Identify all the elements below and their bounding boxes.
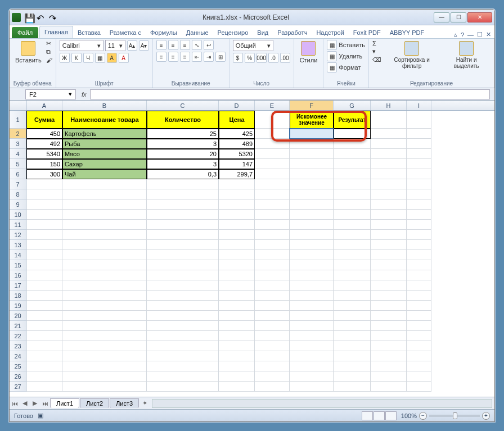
tab-data[interactable]: Данные — [182, 27, 213, 38]
cell-I14[interactable] — [407, 250, 431, 260]
cell-I10[interactable] — [407, 210, 431, 220]
cell-F13[interactable] — [290, 240, 334, 250]
cell-I8[interactable] — [407, 189, 431, 199]
cell-C15[interactable] — [147, 260, 219, 270]
cell-E26[interactable] — [255, 371, 290, 382]
cell-D19[interactable] — [219, 301, 255, 311]
font-size-box[interactable]: 11▾ — [105, 40, 125, 51]
col-A[interactable]: A — [26, 101, 62, 110]
cell-B18[interactable] — [62, 291, 147, 301]
cell-F20[interactable] — [290, 311, 334, 321]
col-F[interactable]: F — [290, 101, 334, 110]
cell-F12[interactable] — [290, 230, 334, 240]
formatpainter-icon[interactable]: 🖌 — [46, 57, 52, 63]
cell-D2[interactable]: 425 — [219, 129, 255, 139]
row-header-23[interactable]: 23 — [10, 341, 26, 351]
cell-H8[interactable] — [371, 189, 407, 199]
cell-H10[interactable] — [371, 210, 407, 220]
row-header-5[interactable]: 5 — [10, 159, 26, 169]
cell-B11[interactable] — [62, 220, 147, 230]
clear-icon[interactable]: ⌫ — [372, 56, 381, 63]
save-icon[interactable]: 💾 — [24, 13, 33, 22]
cell-C7[interactable] — [147, 179, 219, 189]
sheet-nav-first-icon[interactable]: ⏮ — [10, 398, 20, 409]
zoom-value[interactable]: 100% — [401, 412, 417, 419]
cell-E14[interactable] — [255, 250, 290, 260]
cell-A21[interactable] — [26, 321, 62, 331]
cell-C2[interactable]: 25 — [147, 129, 219, 139]
cell-D9[interactable] — [219, 199, 255, 210]
bold-button[interactable]: Ж — [60, 53, 70, 63]
underline-button[interactable]: Ч — [83, 53, 93, 63]
cell-H3[interactable] — [371, 139, 407, 149]
cell-H17[interactable] — [371, 280, 407, 291]
tab-formulas[interactable]: Формулы — [146, 27, 182, 38]
formula-input[interactable] — [90, 89, 490, 99]
cell-I15[interactable] — [407, 260, 431, 270]
cell-A27[interactable] — [26, 382, 62, 392]
italic-button[interactable]: К — [71, 53, 82, 63]
cell-D3[interactable]: 489 — [219, 139, 255, 149]
align-bottom-icon[interactable]: ≡ — [180, 40, 190, 50]
cell-A22[interactable] — [26, 331, 62, 341]
cell-B5[interactable]: Сахар — [62, 159, 147, 169]
font-color-icon[interactable]: A — [119, 53, 129, 63]
cell-B10[interactable] — [62, 210, 147, 220]
shrink-font-icon[interactable]: A▾ — [139, 40, 149, 51]
cell-D6[interactable]: 299,7 — [219, 169, 255, 179]
cell-E3[interactable] — [255, 139, 290, 149]
cell-I12[interactable] — [407, 230, 431, 240]
cell-E4[interactable] — [255, 149, 290, 159]
cell-C13[interactable] — [147, 240, 219, 250]
grow-font-icon[interactable]: A▴ — [127, 40, 137, 51]
insert-label[interactable]: Вставить — [339, 42, 365, 48]
cell-G14[interactable] — [334, 250, 371, 260]
cell-C14[interactable] — [147, 250, 219, 260]
cell-H2[interactable] — [371, 129, 407, 139]
cell-F27[interactable] — [290, 382, 334, 392]
cell-A4[interactable]: 5340 — [26, 149, 62, 159]
cell-D14[interactable] — [219, 250, 255, 260]
cell-A11[interactable] — [26, 220, 62, 230]
cell-G6[interactable] — [334, 169, 371, 179]
undo-icon[interactable]: ↶ — [37, 13, 46, 22]
cell-B20[interactable] — [62, 311, 147, 321]
comma-icon[interactable]: 000 — [256, 53, 267, 63]
macro-icon[interactable]: ▣ — [38, 412, 43, 419]
cell-B2[interactable]: Картофель — [62, 129, 147, 139]
cell-C5[interactable]: 3 — [147, 159, 219, 169]
cell-F25[interactable] — [290, 361, 334, 371]
cell-B7[interactable] — [62, 179, 147, 189]
cell-C19[interactable] — [147, 301, 219, 311]
cell-E16[interactable] — [255, 270, 290, 280]
autosum-icon[interactable]: Σ — [372, 40, 381, 47]
view-pagebreak-icon[interactable] — [385, 411, 397, 420]
cell-G4[interactable] — [334, 149, 371, 159]
zoom-in-icon[interactable]: + — [482, 412, 490, 420]
cell-E8[interactable] — [255, 189, 290, 199]
row-header-12[interactable]: 12 — [10, 230, 26, 240]
cell-B21[interactable] — [62, 321, 147, 331]
fx-icon[interactable]: fx — [78, 91, 90, 98]
row-header-19[interactable]: 19 — [10, 301, 26, 311]
cell-D25[interactable] — [219, 361, 255, 371]
col-B[interactable]: B — [62, 101, 147, 110]
cell-C22[interactable] — [147, 331, 219, 341]
cell-G22[interactable] — [334, 331, 371, 341]
cell-A7[interactable] — [26, 179, 62, 189]
merge-icon[interactable]: ⊞ — [215, 52, 226, 62]
tab-abbyy[interactable]: ABBYY PDF — [385, 27, 429, 38]
cell-C25[interactable] — [147, 361, 219, 371]
cell-H5[interactable] — [371, 159, 407, 169]
cell-A5[interactable]: 150 — [26, 159, 62, 169]
cell-I7[interactable] — [407, 179, 431, 189]
cell-B26[interactable] — [62, 371, 147, 382]
cell-A20[interactable] — [26, 311, 62, 321]
cell-C24[interactable] — [147, 351, 219, 361]
cell-A6[interactable]: 300 — [26, 169, 62, 179]
cell-H18[interactable] — [371, 291, 407, 301]
cell-D8[interactable] — [219, 189, 255, 199]
cell-B16[interactable] — [62, 270, 147, 280]
cell-B23[interactable] — [62, 341, 147, 351]
cell-F8[interactable] — [290, 189, 334, 199]
